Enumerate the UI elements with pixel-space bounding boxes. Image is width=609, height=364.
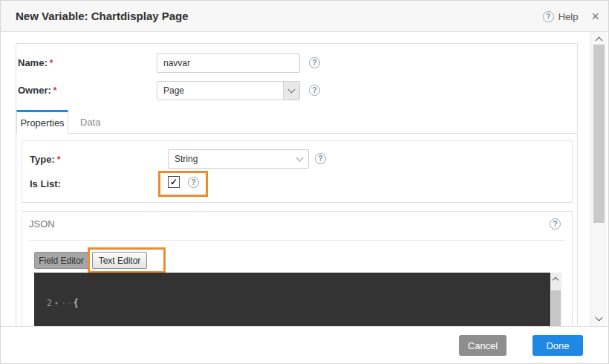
json-code-editor[interactable]: 2 ▾ ·· { 3 ···· "label": "Home", 4 bbox=[34, 273, 561, 326]
is-list-help-icon[interactable]: ? bbox=[188, 177, 199, 188]
chevron-down-icon bbox=[296, 155, 303, 162]
editor-scrollbar[interactable] bbox=[550, 273, 561, 326]
check-icon: ✓ bbox=[170, 177, 178, 187]
type-label: Type:* bbox=[30, 154, 60, 165]
text-editor-button[interactable]: Text Editor bbox=[92, 252, 147, 269]
dialog-header: New Variable: Chartdisplay Page ? Help × bbox=[1, 1, 608, 32]
is-list-checkbox[interactable]: ✓ bbox=[168, 176, 180, 188]
owner-required-asterisk: * bbox=[53, 85, 57, 96]
owner-label: Owner:* bbox=[18, 85, 56, 96]
cancel-button[interactable]: Cancel bbox=[459, 335, 507, 356]
type-required-asterisk: * bbox=[57, 155, 61, 165]
code-line: 2 ▾ ·· { bbox=[34, 297, 550, 309]
name-input[interactable] bbox=[157, 53, 300, 73]
json-panel-title: JSON bbox=[29, 218, 55, 230]
name-label-text: Name: bbox=[18, 57, 48, 68]
form-container: Name:* ? Owner:* Page ? Properties Data bbox=[16, 43, 578, 326]
close-icon[interactable]: × bbox=[591, 10, 599, 23]
is-list-annotation-highlight bbox=[158, 171, 208, 197]
type-select[interactable]: String bbox=[168, 149, 309, 169]
dialog-footer: Cancel Done bbox=[1, 326, 608, 364]
name-label: Name:* bbox=[18, 57, 53, 68]
fold-arrow-icon[interactable]: ▾ bbox=[52, 297, 61, 309]
help-label: Help bbox=[558, 11, 579, 22]
done-button[interactable]: Done bbox=[533, 335, 583, 356]
code-area: 2 ▾ ·· { 3 ···· "label": "Home", 4 bbox=[34, 273, 550, 326]
name-help-icon[interactable]: ? bbox=[309, 57, 320, 68]
is-list-label: Is List: bbox=[30, 178, 61, 189]
properties-panel: Type:* String ? Is List: ✓ ? bbox=[22, 140, 573, 203]
help-button[interactable]: ? Help bbox=[543, 11, 579, 22]
name-required-asterisk: * bbox=[50, 58, 53, 68]
json-divider bbox=[29, 240, 565, 241]
editor-scroll-thumb[interactable] bbox=[551, 290, 561, 326]
dialog-body: Name:* ? Owner:* Page ? Properties Data bbox=[1, 32, 590, 326]
code-token: { bbox=[73, 297, 78, 309]
owner-help-icon[interactable]: ? bbox=[309, 85, 320, 96]
owner-select[interactable]: Page bbox=[157, 81, 300, 100]
tab-data[interactable]: Data bbox=[68, 110, 112, 134]
vertical-scrollbar[interactable] bbox=[590, 32, 607, 326]
new-variable-dialog: New Variable: Chartdisplay Page ? Help ×… bbox=[0, 0, 609, 364]
owner-select-button bbox=[283, 82, 299, 100]
scroll-up-icon[interactable] bbox=[553, 277, 558, 283]
type-select-value: String bbox=[169, 154, 290, 164]
scroll-thumb[interactable] bbox=[593, 45, 605, 223]
scroll-down-icon[interactable] bbox=[596, 314, 603, 322]
owner-select-value: Page bbox=[157, 85, 283, 96]
json-panel: JSON ? Field Editor Text Editor 2 ▾ ·· { bbox=[22, 211, 573, 326]
type-label-text: Type: bbox=[30, 154, 55, 165]
whitespace-dots: ·· bbox=[61, 297, 73, 309]
tab-bar: Properties Data bbox=[16, 110, 577, 134]
page-title: New Variable: Chartdisplay Page bbox=[16, 1, 189, 32]
owner-label-text: Owner: bbox=[18, 85, 51, 96]
scroll-up-icon[interactable] bbox=[596, 37, 603, 45]
line-number: 2 bbox=[34, 297, 52, 309]
help-icon: ? bbox=[543, 11, 554, 22]
chevron-down-icon bbox=[288, 86, 296, 94]
type-help-icon[interactable]: ? bbox=[315, 153, 326, 164]
tab-properties[interactable]: Properties bbox=[16, 110, 68, 134]
field-editor-button[interactable]: Field Editor bbox=[34, 252, 88, 269]
type-select-arrow bbox=[290, 157, 308, 160]
header-actions: ? Help × bbox=[543, 1, 599, 32]
json-help-icon[interactable]: ? bbox=[550, 218, 561, 230]
